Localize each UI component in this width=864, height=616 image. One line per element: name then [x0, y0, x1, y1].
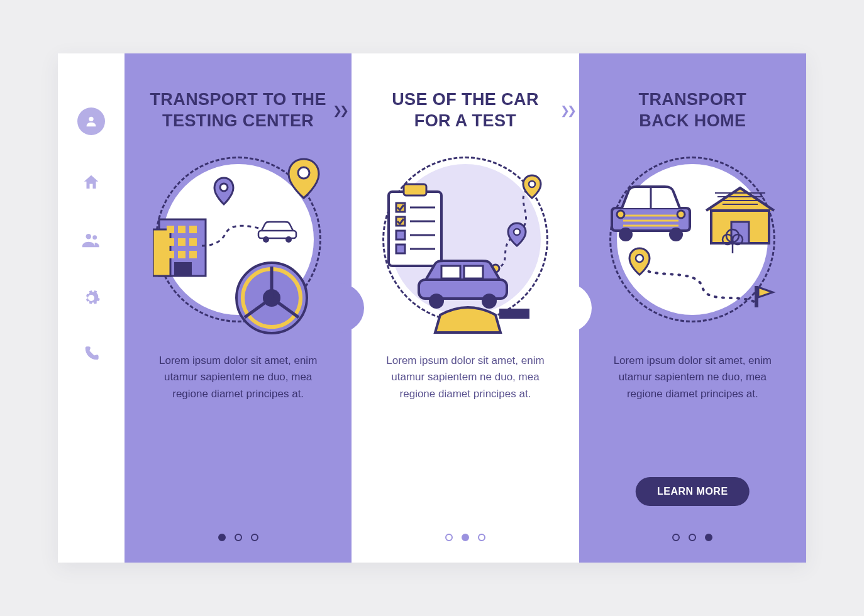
- svg-point-19: [285, 236, 292, 243]
- panel-title: TRANSPORT TO THE TESTING CENTER: [150, 89, 326, 133]
- svg-point-16: [220, 184, 228, 191]
- panel-body: Lorem ipsum dolor sit amet, enim utamur …: [150, 353, 326, 402]
- panel-use-car-for-test: ❯❯ USE OF THE CAR FOR A TEST: [352, 53, 579, 563]
- illustration-testing-center: [150, 151, 326, 327]
- dot-2[interactable]: [462, 534, 469, 541]
- svg-point-15: [298, 167, 309, 179]
- panel-title: TRANSPORT BACK HOME: [639, 89, 747, 133]
- main-card: ❯❯ TRANSPORT TO THE TESTING CENTER: [58, 53, 806, 563]
- panel-transport-to-center: ❯❯ TRANSPORT TO THE TESTING CENTER: [125, 53, 352, 563]
- svg-rect-27: [404, 184, 426, 195]
- svg-point-18: [263, 236, 269, 243]
- svg-rect-14: [174, 262, 192, 276]
- profile-icon[interactable]: [77, 107, 105, 135]
- phone-icon[interactable]: [82, 345, 100, 363]
- svg-point-40: [429, 294, 444, 309]
- chevron-right-icon: ❯❯: [560, 104, 574, 118]
- panel-title: USE OF THE CAR FOR A TEST: [392, 89, 539, 133]
- svg-rect-9: [178, 238, 186, 246]
- svg-rect-30: [396, 231, 405, 239]
- svg-rect-5: [167, 226, 174, 233]
- dot-3[interactable]: [705, 534, 712, 541]
- panel-body: Lorem ipsum dolor sit amet, enim utamur …: [604, 353, 780, 402]
- svg-rect-44: [499, 309, 529, 319]
- illustration-back-home: [604, 151, 780, 327]
- svg-rect-8: [167, 238, 174, 246]
- svg-point-63: [636, 255, 643, 262]
- svg-rect-43: [464, 266, 483, 278]
- onboarding-panels: ❯❯ TRANSPORT TO THE TESTING CENTER: [125, 53, 806, 563]
- settings-icon[interactable]: [82, 289, 101, 307]
- svg-point-41: [482, 294, 497, 309]
- dot-1[interactable]: [445, 534, 453, 541]
- svg-point-51: [617, 211, 624, 218]
- svg-rect-12: [178, 251, 186, 258]
- pagination-dots: [218, 534, 258, 541]
- panel-body: Lorem ipsum dolor sit amet, enim utamur …: [377, 353, 553, 402]
- svg-point-46: [619, 228, 633, 241]
- pagination-dots: [445, 534, 485, 541]
- svg-point-37: [514, 229, 520, 235]
- dot-1[interactable]: [672, 534, 680, 541]
- svg-point-47: [669, 228, 683, 241]
- svg-point-52: [677, 211, 685, 218]
- svg-rect-11: [167, 251, 174, 258]
- svg-rect-6: [178, 226, 186, 233]
- sidebar: [58, 53, 125, 563]
- illustration-car-test: [377, 151, 553, 327]
- dot-3[interactable]: [251, 534, 258, 541]
- dot-2[interactable]: [689, 534, 696, 541]
- svg-point-1: [86, 234, 92, 239]
- group-icon[interactable]: [80, 229, 102, 251]
- svg-rect-31: [396, 245, 405, 253]
- svg-point-0: [89, 117, 93, 121]
- svg-point-36: [529, 181, 535, 187]
- home-icon[interactable]: [82, 173, 101, 192]
- dot-1[interactable]: [218, 534, 226, 541]
- panel-transport-back-home: TRANSPORT BACK HOME: [579, 53, 806, 563]
- learn-more-button[interactable]: LEARN MORE: [636, 477, 750, 506]
- dot-3[interactable]: [478, 534, 485, 541]
- svg-point-2: [92, 235, 97, 239]
- chevron-right-icon: ❯❯: [333, 104, 346, 118]
- svg-rect-42: [441, 266, 460, 278]
- dot-2[interactable]: [235, 534, 242, 541]
- pagination-dots: [672, 534, 712, 541]
